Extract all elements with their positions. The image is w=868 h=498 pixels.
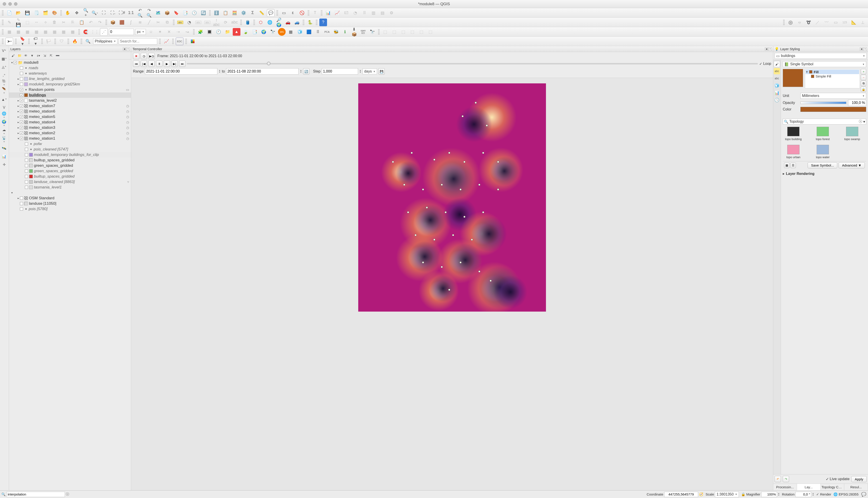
labels-tab-icon[interactable]: abc <box>774 68 780 74</box>
layer-visibility-checkbox[interactable] <box>25 180 28 183</box>
mesh-b-icon[interactable]: ▦ <box>14 28 22 36</box>
opacity-input[interactable] <box>848 100 866 106</box>
merge-icon[interactable]: ⧉ <box>163 18 171 26</box>
layer-visibility-checkbox[interactable]: ✓ <box>20 121 23 124</box>
add-wfs-icon[interactable]: 📡⁺ <box>0 136 8 144</box>
mesh-e-icon[interactable]: ▦ <box>42 28 49 36</box>
grey-f-icon[interactable]: ⬚ <box>427 28 434 36</box>
zoom-selection-icon[interactable]: ⛶. <box>109 9 117 17</box>
layer-row[interactable]: ▸OSM Standard <box>9 195 131 201</box>
plugin-bee-icon[interactable]: 🐝 <box>332 28 340 36</box>
plugin-car-icon[interactable]: 🚙 <box>293 18 301 26</box>
layer-row[interactable]: green_spaces_gridded <box>9 163 131 168</box>
copy-icon[interactable]: ⎘ <box>69 18 76 26</box>
refresh-icon[interactable]: 🔄 <box>200 9 207 17</box>
rotation-input[interactable] <box>795 492 811 497</box>
symbol-search-input[interactable]: Topology <box>789 119 858 123</box>
zoom-in-icon[interactable]: 🔍+ <box>82 9 90 17</box>
layer-visibility-checkbox[interactable] <box>25 142 28 145</box>
digitize-shape-icon[interactable]: 🟫 <box>118 18 126 26</box>
zoom-full-icon[interactable]: ⛶ <box>100 9 108 17</box>
misc-2-icon[interactable]: 📊 <box>0 153 8 160</box>
save-symbol-button[interactable]: Save Symbol... <box>808 162 837 168</box>
view-icons-icon[interactable]: ▦ <box>784 163 790 168</box>
pan-icon[interactable]: ✋ <box>64 9 72 17</box>
plugin-grid2-icon[interactable]: ▦ <box>287 28 295 36</box>
play-back-icon[interactable]: ◀ <box>148 61 155 67</box>
grey-d-icon[interactable]: ⬚ <box>409 28 416 36</box>
save-edits-icon[interactable]: ✎💾 <box>14 18 22 26</box>
filter-c-icon[interactable]: 🏳️ <box>45 38 52 45</box>
layer-visibility-checkbox[interactable] <box>25 159 28 162</box>
panel-tab[interactable]: Resul... <box>844 484 868 490</box>
diagram-icon[interactable]: ◔ <box>186 18 193 26</box>
nominatim-icon[interactable]: 🔍 <box>84 38 92 45</box>
cad-perp-icon[interactable]: ⊥ <box>859 18 867 26</box>
snap-intersection-icon[interactable]: ✶ <box>156 28 164 36</box>
color-picker[interactable] <box>800 107 866 112</box>
layer-styling-icon[interactable]: 🖌 <box>10 53 16 58</box>
field-calc-icon[interactable]: 🧮 <box>231 9 238 17</box>
add-group-icon[interactable]: 📁 <box>17 53 22 58</box>
rotate-label-icon[interactable]: ⟳ <box>222 18 229 26</box>
plugin-ors-icon[interactable]: 🚗 <box>284 18 292 26</box>
temporal-controller-icon[interactable]: 🕓 <box>190 9 198 17</box>
layer-row[interactable]: ▸module8_temporary grid25km <box>9 81 131 87</box>
split-icon[interactable]: ╱ <box>145 18 153 26</box>
identify-icon[interactable]: ℹ️ <box>213 9 220 17</box>
symbol-type-select[interactable]: 📗 Single Symbol▼ <box>783 61 866 67</box>
paste-icon[interactable]: 📋 <box>78 18 86 26</box>
add-postgis-icon[interactable]: 🐘⁺ <box>0 80 8 87</box>
misc-1-icon[interactable]: 🛰️ <box>0 145 8 152</box>
grey-e-icon[interactable]: ⬚ <box>418 28 425 36</box>
layer-row[interactable]: ▸✓meteo_station3◷ <box>9 125 131 130</box>
symbol-swatch-item[interactable]: topo water <box>813 145 833 159</box>
text-annotation-icon[interactable]: T <box>311 9 319 17</box>
pause-icon[interactable]: ⏸ <box>156 61 162 67</box>
plugin-leaf-icon[interactable]: 🍃 <box>242 28 250 36</box>
layer-row[interactable]: ▸✓meteo_station6◷ <box>9 109 131 114</box>
add-vector-icon[interactable]: V⁺ <box>0 47 8 54</box>
mesh-c-icon[interactable]: ▦ <box>24 28 31 36</box>
layer-visibility-checkbox[interactable]: ✓ <box>20 115 23 118</box>
help-icon[interactable]: ? <box>319 18 327 26</box>
plugin-scope-icon[interactable]: 🔭 <box>368 28 376 36</box>
plugin-import-icon[interactable]: ⬇📦 <box>350 28 358 36</box>
layer-visibility-checkbox[interactable] <box>20 72 23 75</box>
edit-toggle-icon[interactable]: ✎ <box>5 18 13 26</box>
add-wcs-icon[interactable]: ☁⁺ <box>0 128 8 135</box>
layer-visibility-checkbox[interactable] <box>20 197 23 200</box>
layer-visibility-checkbox[interactable]: ✓ <box>20 110 23 113</box>
add-delimtext-icon[interactable]: ,⁺ <box>0 71 8 79</box>
panel-dock-icon[interactable]: ▣ <box>123 48 126 51</box>
measure-icon[interactable]: 📏 <box>258 9 266 17</box>
map-canvas[interactable] <box>131 78 773 490</box>
plugin-copy-icon[interactable]: 📑 <box>251 28 258 36</box>
grey-c-icon[interactable]: ⬚ <box>400 28 407 36</box>
save-animation-icon[interactable]: 💾 <box>378 68 385 75</box>
layer-visibility-checkbox[interactable] <box>25 169 28 173</box>
georef-icon[interactable]: 🌐 <box>266 18 274 26</box>
panel-close-icon[interactable]: ✕ <box>768 48 772 51</box>
symbol-swatch-item[interactable]: topo forest <box>813 127 833 141</box>
layer-visibility-checkbox[interactable]: ✓ <box>20 137 23 140</box>
manage-visibility-icon[interactable]: 👁 <box>23 53 28 58</box>
change-label-icon[interactable]: abc <box>231 18 238 26</box>
reshape-icon[interactable]: ʃ <box>127 18 135 26</box>
layer-visibility-checkbox[interactable] <box>25 175 28 178</box>
styling-layer-select[interactable]: ▭ buildings▼ <box>775 53 867 59</box>
zoom-window-icon[interactable] <box>14 2 17 6</box>
view-list-icon[interactable]: ☰ <box>790 163 796 168</box>
move-label-icon[interactable]: ↕ abc <box>213 18 220 26</box>
nominatim-search-input[interactable] <box>119 38 157 44</box>
add-virtual-icon[interactable]: V <box>0 104 8 111</box>
add-symbol-layer-icon[interactable]: ＋ <box>861 69 866 74</box>
layer-row[interactable]: pofw <box>9 141 131 147</box>
metasearch-icon[interactable]: 🔎🌍 <box>275 18 283 26</box>
panel-tab[interactable]: Lay... <box>797 484 821 490</box>
layer-visibility-checkbox[interactable]: ✓ <box>20 93 23 97</box>
cad-arc-icon[interactable]: ➰ <box>805 18 812 26</box>
symbol-swatch-item[interactable]: topo swamp <box>842 127 862 141</box>
panel-dock-icon[interactable]: ▣ <box>860 48 863 51</box>
pin-label-icon[interactable]: abc <box>194 18 202 26</box>
